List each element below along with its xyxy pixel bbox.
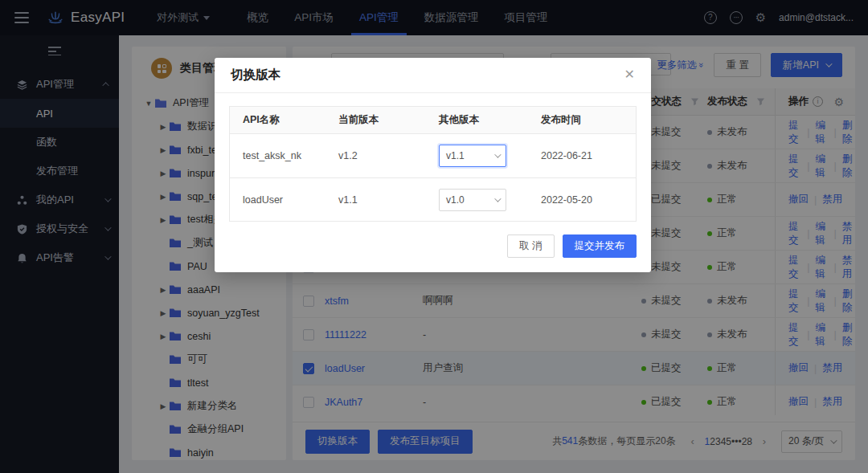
publish-time: 2022-06-21	[541, 150, 636, 161]
modal-close-icon[interactable]: ✕	[621, 65, 638, 84]
api-name: loadUser	[230, 194, 338, 206]
version-table-row: test_aksk_nk v1.2 v1.1 2022-06-21	[230, 134, 636, 177]
switch-version-modal: 切换版本 ✕ API名称 当前版本 其他版本 发布时间 test_aksk_nk…	[215, 58, 651, 272]
chevron-down-icon	[494, 151, 501, 157]
version-table: API名称 当前版本 其他版本 发布时间 test_aksk_nk v1.2 v…	[229, 106, 637, 222]
publish-time: 2022-05-20	[541, 194, 636, 206]
current-version: v1.2	[338, 150, 439, 161]
version-table-row: loadUser v1.1 v1.0 2022-05-20	[230, 177, 636, 221]
cancel-button[interactable]: 取 消	[507, 234, 554, 258]
other-version-select[interactable]: v1.1	[439, 145, 506, 167]
version-table-header: API名称 当前版本 其他版本 发布时间	[230, 107, 636, 134]
api-name: test_aksk_nk	[230, 150, 338, 161]
other-version-select[interactable]: v1.0	[439, 189, 506, 211]
modal-title: 切换版本	[231, 67, 280, 81]
submit-and-publish-button[interactable]: 提交并发布	[563, 234, 637, 258]
current-version: v1.1	[338, 194, 439, 206]
chevron-down-icon	[494, 195, 501, 202]
